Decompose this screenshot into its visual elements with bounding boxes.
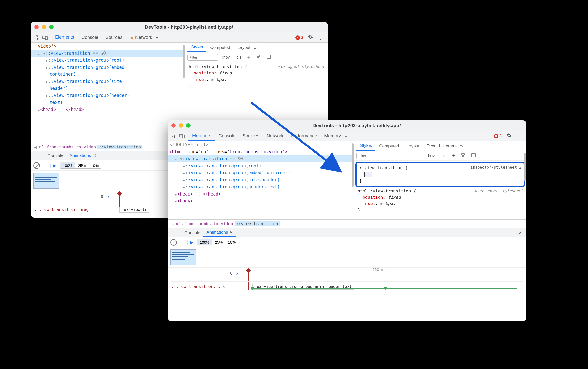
- dom-node[interactable]: ▶::view-transition-group(header-text): [168, 183, 354, 191]
- dom-node[interactable]: <html lang="en" class="from-thumbs to-vi…: [168, 148, 354, 156]
- device-toggle-icon[interactable]: [178, 134, 186, 138]
- error-count[interactable]: ✕3: [492, 134, 504, 138]
- stab-layout[interactable]: Layout: [403, 141, 423, 151]
- panel-icon[interactable]: [265, 54, 273, 61]
- more-stabs-icon[interactable]: »: [254, 45, 256, 50]
- animation-thumbnail[interactable]: [33, 173, 59, 189]
- clear-icon[interactable]: [33, 162, 40, 169]
- breadcrumb-item-selected[interactable]: ::view-transition: [235, 221, 280, 226]
- dom-node[interactable]: ▶<body>: [168, 198, 354, 205]
- breadcrumb-item[interactable]: nl.from-thumbs.to-video: [38, 145, 98, 149]
- reload-icon[interactable]: ↺: [236, 270, 239, 276]
- clear-icon[interactable]: [170, 239, 177, 246]
- rule-source[interactable]: user agent stylesheet: [475, 188, 523, 194]
- inspect-icon[interactable]: [33, 35, 41, 40]
- zoom-icon[interactable]: [186, 123, 191, 128]
- brush-icon[interactable]: [254, 54, 262, 61]
- dom-node-selected[interactable]: … ▼::view-transition == $0: [168, 155, 354, 162]
- scrollbar[interactable]: [524, 153, 526, 181]
- drawer-kebab-icon[interactable]: ⋮: [33, 153, 41, 159]
- drawer-tab-console[interactable]: Console: [181, 228, 203, 237]
- speed-100[interactable]: 100%: [60, 162, 75, 168]
- stab-layout[interactable]: Layout: [234, 43, 254, 52]
- stab-computed[interactable]: Computed: [375, 141, 403, 151]
- dom-node[interactable]: text): [31, 99, 185, 106]
- dom-node[interactable]: ▶::view-transition-group(site-header): [168, 177, 354, 184]
- cls-button[interactable]: .cls: [234, 54, 243, 60]
- animation-thumbnail[interactable]: [170, 249, 196, 265]
- css-prop[interactable]: position: [194, 71, 214, 75]
- dom-node[interactable]: <!DOCTYPE html>: [168, 141, 354, 148]
- more-tabs-icon[interactable]: »: [156, 35, 158, 40]
- panel-icon[interactable]: [469, 152, 478, 159]
- dom-node[interactable]: container): [31, 71, 185, 78]
- drawer-tab-console[interactable]: Console: [44, 151, 66, 160]
- speed-25[interactable]: 25%: [75, 162, 88, 168]
- css-prop[interactable]: position: [363, 195, 383, 200]
- rule-source[interactable]: user agent stylesheet: [276, 64, 325, 70]
- animation-track[interactable]: [251, 288, 517, 289]
- zoom-icon[interactable]: [49, 25, 54, 29]
- new-rule-icon[interactable]: +: [450, 152, 457, 160]
- close-icon[interactable]: [34, 25, 39, 29]
- inspect-icon[interactable]: [170, 134, 178, 139]
- tab-console[interactable]: Console: [78, 32, 102, 42]
- dom-node[interactable]: ▶::view-transition-group(embed-: [31, 64, 185, 71]
- dom-node[interactable]: ▶<head> ⋯ </head>: [168, 191, 354, 198]
- brush-icon[interactable]: [459, 152, 467, 159]
- chevron-left-icon[interactable]: ◀: [33, 144, 38, 150]
- css-prop[interactable]: inset: [194, 77, 206, 82]
- dom-node[interactable]: ▶::view-transition-group(site-: [31, 78, 185, 85]
- dom-node[interactable]: ▶<head> ⋯ </head>: [31, 106, 185, 113]
- styles-filter-input[interactable]: [356, 153, 423, 159]
- rule-selector[interactable]: html::view-transition {: [188, 64, 247, 69]
- kebab-menu-icon[interactable]: ⋮: [316, 35, 326, 41]
- stab-styles[interactable]: Styles: [187, 43, 206, 52]
- drawer-tab-animations[interactable]: Animations ✕: [66, 151, 99, 160]
- close-icon[interactable]: ✕: [92, 153, 96, 158]
- play-icon[interactable]: ❘▶: [184, 240, 195, 245]
- cls-button[interactable]: .cls: [438, 153, 448, 159]
- new-rule-icon[interactable]: +: [245, 53, 252, 61]
- dom-node[interactable]: video">: [31, 43, 185, 50]
- scrollbar[interactable]: [352, 143, 354, 187]
- dom-node[interactable]: ▶::view-transition-group(embed-container…: [168, 169, 354, 177]
- speed-25[interactable]: 25%: [212, 239, 225, 245]
- dom-node[interactable]: ▶::view-transition-group(header-: [31, 92, 185, 99]
- device-toggle-icon[interactable]: [41, 35, 49, 40]
- drawer-close-icon[interactable]: ✕: [518, 230, 524, 236]
- hov-button[interactable]: :hov: [425, 153, 436, 159]
- hov-button[interactable]: :hov: [220, 54, 232, 60]
- settings-icon[interactable]: [305, 34, 316, 41]
- error-count[interactable]: ✕3: [293, 35, 305, 40]
- reload-icon[interactable]: ↺: [106, 193, 109, 200]
- tab-performance[interactable]: Performance: [287, 131, 321, 141]
- stab-computed[interactable]: Computed: [206, 43, 234, 52]
- drawer-tab-animations[interactable]: Animations ✕: [203, 228, 236, 237]
- more-stabs-icon[interactable]: »: [460, 143, 462, 149]
- stab-styles[interactable]: Styles: [356, 141, 375, 151]
- breadcrumb-item-selected[interactable]: ::view-transition: [97, 145, 142, 149]
- tab-memory[interactable]: Memory: [321, 131, 344, 141]
- minimize-icon[interactable]: [179, 123, 183, 128]
- animation-row[interactable]: ::view-transition::vie -ua-view-transiti…: [171, 281, 523, 289]
- drawer-kebab-icon[interactable]: ⋮: [170, 230, 178, 236]
- tab-sources[interactable]: Sources: [102, 32, 126, 42]
- tab-network[interactable]: ▲Network: [126, 32, 156, 42]
- dom-node[interactable]: header): [31, 85, 185, 92]
- tab-elements[interactable]: Elements: [51, 32, 78, 42]
- tab-elements[interactable]: Elements: [188, 131, 215, 141]
- speed-10[interactable]: 10%: [88, 162, 101, 168]
- dom-node-selected[interactable]: … ▼::view-transition == $0: [31, 50, 185, 57]
- close-icon[interactable]: ✕: [229, 230, 233, 235]
- rule-source-link[interactable]: inspector-stylesheet:2: [470, 165, 521, 170]
- tab-console[interactable]: Console: [215, 131, 239, 141]
- settings-icon[interactable]: [504, 133, 514, 139]
- stab-listeners[interactable]: Event Listeners: [423, 141, 460, 151]
- scrollbar[interactable]: [183, 45, 185, 78]
- more-tabs-icon[interactable]: »: [344, 133, 346, 139]
- empty-declaration[interactable]: : ;: [364, 172, 372, 177]
- breadcrumb-item[interactable]: html.from-thumbs.to-video: [170, 221, 235, 226]
- tab-network[interactable]: Network: [263, 131, 287, 141]
- rule-selector[interactable]: ::view-transition {: [359, 165, 408, 170]
